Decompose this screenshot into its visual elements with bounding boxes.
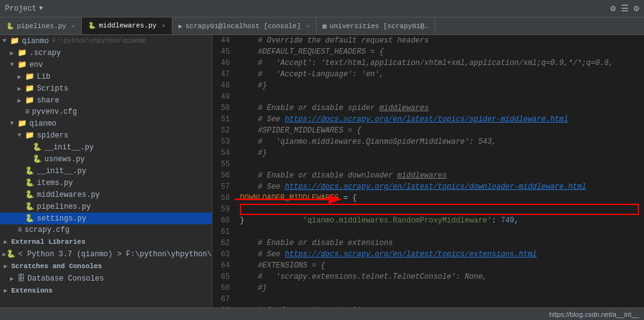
middlewares-file-icon: 🐍: [88, 22, 96, 29]
spiders-folder-icon: 📁: [25, 131, 34, 140]
tab-middlewares[interactable]: 🐍 middlewares.py ✕: [82, 18, 172, 34]
py-file-icon: 🐍: [25, 178, 34, 188]
tree-item-init-spiders[interactable]: 🐍 __init__.py: [0, 141, 212, 153]
gear-icon[interactable]: ⚙: [610, 3, 615, 14]
tab-middlewares-label: middlewares.py: [99, 22, 156, 29]
tree-arrow: ▶: [4, 262, 11, 270]
tree-label: scrapy.cfg: [24, 226, 69, 234]
extensions-header[interactable]: ▶ Extensions: [0, 284, 212, 297]
tree-arrow: ▼: [10, 61, 17, 68]
tab-middlewares-close[interactable]: ✕: [162, 22, 166, 29]
code-line-62: # Enable or disable extensions: [240, 238, 639, 249]
tree-item-init[interactable]: 🐍 __init__.py: [0, 165, 212, 177]
tree-label: usnews.py: [44, 155, 85, 164]
main-content: ▼ 📁 qianmo F:\python\yhpython\qianmo ▶ 📁…: [0, 35, 644, 308]
tree-item-scrapy[interactable]: ▶ 📁 .scrapy: [0, 47, 212, 59]
tree-item-items[interactable]: 🐍 items.py: [0, 177, 212, 189]
tree-item-lib[interactable]: ▶ 📁 Lib: [0, 71, 212, 82]
tab-pipelines-close[interactable]: ✕: [71, 22, 75, 30]
py-file-icon: 🐍: [25, 166, 34, 176]
tree-arrow: ▶: [10, 49, 17, 57]
code-line-67: [240, 294, 639, 305]
tree-expand-arrow: ▼: [2, 38, 10, 44]
tab-pipelines[interactable]: 🐍 pipelines.py ✕: [0, 18, 82, 34]
tree-item-scripts[interactable]: ▶ 📁 Scripts: [0, 82, 212, 94]
tree-label: qianmo: [22, 37, 49, 46]
tree-arrow: ▼: [17, 132, 25, 139]
py-file-icon: 🐍: [25, 202, 34, 211]
tree-arrow: ▶: [17, 85, 25, 92]
db-icon: 🗄: [17, 274, 25, 283]
tree-item-usnews[interactable]: 🐍 usnews.py: [0, 153, 212, 165]
code-line-45: #DEFAULT_REQUEST_HEADERS = {: [240, 46, 639, 58]
tree-label: share: [37, 96, 59, 105]
bottom-area: https://blog.csdn.net/a__int__: [0, 308, 644, 320]
sidebar: ▼ 📁 qianmo F:\python\yhpython\qianmo ▶ 📁…: [0, 35, 212, 308]
py-file-icon: 🐍: [32, 154, 42, 164]
tree-item-qianmo-root[interactable]: ▼ 📁 qianmo F:\python\yhpython\qianmo: [0, 35, 212, 47]
folder-icon: 📁: [25, 96, 34, 105]
tree-label: items.py: [37, 179, 73, 188]
tree-item-env[interactable]: ▼ 📁 env: [0, 59, 212, 71]
code-line-49: [240, 91, 639, 102]
code-line-44: # Override the default request headers: [240, 35, 639, 46]
cfg-file-icon: ≡: [25, 108, 29, 116]
tree-label: __init__.py: [44, 143, 94, 152]
tree-item-pipelines[interactable]: 🐍 pipelines.py: [0, 201, 212, 212]
code-line-55: [240, 159, 639, 170]
py-file-icon: 🐍: [25, 214, 34, 223]
tree-item-middlewares[interactable]: 🐍 middlewares.py: [0, 189, 212, 201]
code-line-52: #SPIDER_MIDDLEWARES = {: [240, 125, 639, 136]
tab-console-close[interactable]: ✕: [306, 22, 310, 30]
tree-item-db-consoles[interactable]: ▶ 🗄 Database Consoles: [0, 272, 212, 284]
tree-label: __init__.py: [37, 167, 86, 176]
folder-icon: 📁: [17, 119, 27, 128]
scratches-header[interactable]: ▶ Scratches and Consoles: [0, 260, 212, 272]
tree-item-qianmo[interactable]: ▼ 📁 qianmo: [0, 118, 212, 129]
universities-icon: ▦: [323, 22, 327, 30]
tree-label: middlewares.py: [37, 191, 100, 199]
tree-item-pyvenv[interactable]: ≡ pyvenv.cfg: [0, 106, 212, 118]
code-line-56: # Enable or disable downloader middlewar…: [240, 170, 639, 181]
tree-label: Scripts: [37, 84, 68, 93]
tree-label: Lib: [37, 72, 51, 81]
code-editor: 44 45 46 47 48 49 50 51 52 53 54 55 56 5…: [212, 35, 644, 308]
code-line-50: # Enable or disable spider middlewares: [240, 102, 639, 114]
toolbar-icons: ⚙ ☰ ⚙: [610, 3, 639, 14]
code-line-57: # See https://docs.scrapy.org/en/latest/…: [240, 181, 639, 192]
code-content[interactable]: 44 45 46 47 48 49 50 51 52 53 54 55 56 5…: [212, 35, 644, 308]
code-line-66: #}: [240, 282, 639, 294]
tabs-bar: 🐍 pipelines.py ✕ 🐍 middlewares.py ✕ ▶ sc…: [0, 18, 644, 35]
settings-icon[interactable]: ⚙: [634, 3, 639, 14]
tree-item-spiders[interactable]: ▼ 📁 spiders: [0, 129, 212, 141]
scratches-label: Scratches and Consoles: [11, 262, 102, 270]
tree-arrow: ▶: [17, 97, 25, 104]
tree-item-settings[interactable]: 🐍 settings.py: [0, 212, 212, 224]
external-libraries-header[interactable]: ▶ External Libraries: [0, 236, 212, 248]
tree-label: .scrapy: [29, 49, 61, 58]
tree-item-share[interactable]: ▶ 📁 share: [0, 94, 212, 106]
code-line-51: # See https://docs.scrapy.org/en/latest/…: [240, 114, 639, 125]
code-line-61: [240, 226, 639, 238]
cfg-file-icon: ≡: [17, 226, 22, 234]
project-title[interactable]: Project ▼: [5, 4, 42, 13]
code-line-54: #}: [240, 148, 639, 159]
tree-label: qianmo: [29, 119, 56, 128]
tree-arrow: ▶: [4, 238, 11, 246]
code-line-65: # 'scrapy.extensions.telnet.TelnetConsol…: [240, 271, 639, 282]
menu-icon[interactable]: ☰: [621, 3, 629, 14]
tab-universities[interactable]: ▦ universities [scrapy01@…: [317, 18, 435, 34]
tree-arrow: ▶: [17, 73, 25, 81]
folder-icon: 📁: [17, 48, 27, 58]
tree-label: < Python 3.7 (qianmo) > F:\python\yhpyth…: [18, 250, 212, 259]
tab-console[interactable]: ▶ scrapy01@localhost [console] ✕: [172, 18, 317, 34]
folder-icon: 📁: [25, 72, 34, 81]
folder-icon: 📁: [10, 36, 19, 46]
tree-item-scrapy-cfg[interactable]: ≡ scrapy.cfg: [0, 224, 212, 236]
pipelines-file-icon: 🐍: [6, 22, 14, 30]
tree-arrow: ▶: [10, 275, 17, 282]
tree-item-python[interactable]: ▶ 🐍 < Python 3.7 (qianmo) > F:\python\yh…: [0, 248, 212, 260]
tab-pipelines-label: pipelines.py: [17, 22, 66, 30]
code-line-53: # 'qianmo.middlewares.QianmoSpiderMiddle…: [240, 136, 639, 148]
code-line-59: 'qianmo.middlewares.RandomProxyMiddlewar…: [240, 204, 639, 215]
